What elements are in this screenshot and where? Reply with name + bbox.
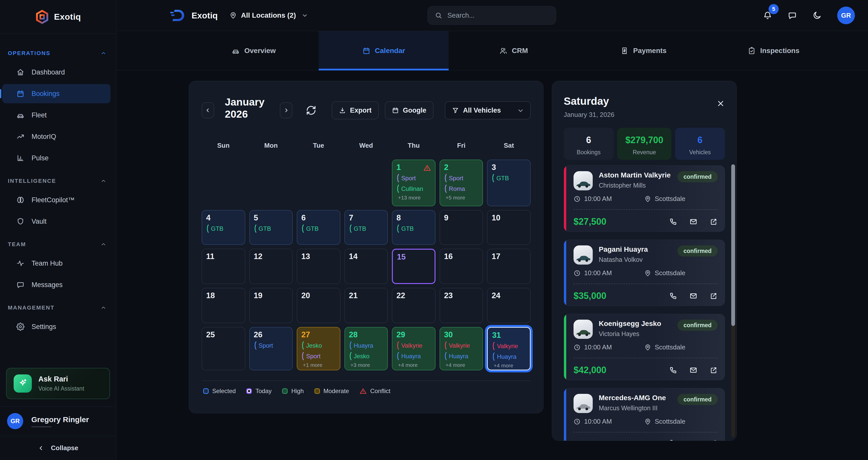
sidebar-item-pulse[interactable]: Pulse — [2, 148, 111, 168]
day-cell-12[interactable]: 12 — [249, 249, 293, 284]
day-cell-30[interactable]: 30ValkyrieHuayra+4 more — [439, 327, 483, 370]
external-button[interactable] — [710, 218, 718, 226]
event-chip[interactable]: Valkyrie — [396, 341, 431, 350]
google-button[interactable]: Google — [385, 101, 434, 119]
theme-toggle[interactable] — [812, 11, 822, 20]
refresh-button[interactable] — [306, 105, 317, 116]
day-cell-22[interactable]: 22 — [392, 288, 435, 323]
more-events[interactable]: +5 more — [444, 195, 479, 201]
booking-card[interactable]: Koenigsegg JeskoVictoria Hayesconfirmed1… — [564, 314, 725, 380]
day-cell-25[interactable]: 25 — [202, 327, 245, 370]
event-chip[interactable]: GTB — [254, 225, 288, 233]
more-events[interactable]: +4 more — [492, 363, 526, 369]
event-chip[interactable]: Cullinan — [396, 184, 431, 193]
event-chip[interactable]: Huayra — [396, 352, 431, 360]
collapse-button[interactable]: Collapse — [0, 436, 116, 460]
tab-overview[interactable]: Overview — [189, 31, 319, 70]
sidebar-item-messages[interactable]: Messages — [2, 275, 111, 294]
booking-card[interactable]: Mercedes-AMG OneMarcus Wellington IIIcon… — [564, 388, 725, 441]
day-cell-9[interactable]: 9 — [439, 210, 483, 245]
sidebar-item-team-hub[interactable]: Team Hub — [2, 254, 111, 273]
day-cell-21[interactable]: 21 — [344, 288, 388, 323]
event-chip[interactable]: Sport — [396, 174, 431, 182]
tab-payments[interactable]: Payments — [579, 31, 709, 70]
event-chip[interactable]: Huayra — [492, 352, 526, 361]
tab-calendar[interactable]: Calendar — [319, 31, 448, 70]
day-cell-31[interactable]: 31ValkyrieHuayra+4 more — [487, 327, 531, 370]
day-cell-13[interactable]: 13 — [297, 249, 340, 284]
user-row[interactable]: GR Gregory Ringler — [0, 406, 116, 436]
day-cell-23[interactable]: 23 — [439, 288, 483, 323]
sidebar-section-header[interactable]: TEAM — [2, 241, 111, 248]
more-events[interactable]: +4 more — [444, 362, 479, 368]
event-chip[interactable]: Valkyrie — [444, 341, 479, 350]
close-panel-button[interactable] — [716, 99, 725, 108]
sidebar-item-vault[interactable]: Vault — [2, 212, 111, 231]
day-cell-14[interactable]: 14 — [344, 249, 388, 284]
event-chip[interactable]: Huayra — [444, 352, 479, 360]
event-chip[interactable]: GTB — [301, 225, 336, 233]
search-box[interactable] — [428, 6, 556, 25]
booking-card[interactable]: Aston Martin ValkyrieChristopher Millsco… — [564, 165, 725, 232]
day-cell-4[interactable]: 4GTB — [202, 210, 245, 245]
day-cell-29[interactable]: 29ValkyrieHuayra+4 more — [392, 327, 435, 370]
sidebar-item-settings[interactable]: Settings — [2, 317, 111, 336]
event-chip[interactable]: GTB — [349, 225, 383, 233]
day-cell-10[interactable]: 10 — [487, 210, 531, 245]
day-cell-28[interactable]: 28HuayraJesko+3 more — [344, 327, 388, 370]
vehicle-filter[interactable]: All Vehicles — [445, 101, 531, 119]
day-cell-1[interactable]: 1SportCullinan+13 more — [392, 160, 435, 206]
event-chip[interactable]: Roma — [444, 184, 479, 193]
scrollbar[interactable] — [731, 164, 735, 437]
day-cell-17[interactable]: 17 — [487, 249, 531, 284]
phone-button[interactable] — [669, 439, 677, 441]
external-button[interactable] — [710, 292, 718, 300]
event-chip[interactable]: GTB — [206, 225, 241, 233]
scrollbar-thumb[interactable] — [731, 164, 735, 326]
location-selector[interactable]: All Locations (2) — [229, 11, 308, 20]
sidebar-item-bookings[interactable]: Bookings — [2, 84, 111, 103]
search-input[interactable] — [447, 11, 549, 20]
sidebar-section-header[interactable]: OPERATIONS — [2, 50, 111, 57]
day-cell-27[interactable]: 27JeskoSport+1 more — [297, 327, 340, 370]
more-events[interactable]: +3 more — [349, 362, 383, 368]
notifications-button[interactable]: 5 — [763, 11, 772, 20]
day-cell-19[interactable]: 19 — [249, 288, 293, 323]
day-cell-8[interactable]: 8GTB — [392, 210, 435, 245]
day-cell-2[interactable]: 2SportRoma+5 more — [439, 160, 483, 206]
day-cell-15[interactable]: 15 — [392, 249, 435, 284]
event-chip[interactable]: GTB — [396, 225, 431, 233]
day-cell-20[interactable]: 20 — [297, 288, 340, 323]
mail-button[interactable] — [689, 218, 698, 226]
mail-button[interactable] — [689, 439, 698, 441]
ask-rari-card[interactable]: Ask Rari Voice AI Assistant — [6, 368, 110, 399]
more-events[interactable]: +1 more — [301, 362, 336, 368]
external-button[interactable] — [710, 366, 718, 374]
booking-card[interactable]: Pagani HuayraNatasha Volkovconfirmed10:0… — [564, 239, 725, 306]
sidebar-section-header[interactable]: MANAGEMENT — [2, 305, 111, 311]
phone-button[interactable] — [669, 366, 677, 374]
day-cell-24[interactable]: 24 — [487, 288, 531, 323]
day-cell-16[interactable]: 16 — [439, 249, 483, 284]
day-cell-6[interactable]: 6GTB — [297, 210, 340, 245]
event-chip[interactable]: Valkyrie — [492, 342, 526, 350]
day-cell-5[interactable]: 5GTB — [249, 210, 293, 245]
event-chip[interactable]: Huayra — [349, 341, 383, 350]
event-chip[interactable]: Jesko — [301, 341, 336, 350]
sidebar-item-dashboard[interactable]: Dashboard — [2, 63, 111, 82]
tab-crm[interactable]: CRM — [448, 31, 579, 70]
sidebar-item-motoriq[interactable]: MotorIQ — [2, 127, 111, 146]
messages-button[interactable] — [788, 11, 797, 20]
next-month-button[interactable] — [280, 102, 292, 118]
event-chip[interactable]: Sport — [301, 352, 336, 360]
external-button[interactable] — [710, 439, 718, 441]
topbar-avatar[interactable]: GR — [837, 6, 855, 24]
prev-month-button[interactable] — [202, 102, 214, 118]
export-button[interactable]: Export — [332, 101, 379, 119]
day-cell-26[interactable]: 26Sport — [249, 327, 293, 370]
phone-button[interactable] — [669, 218, 677, 226]
sidebar-item-fleetcopilot-[interactable]: FleetCopilot™ — [2, 190, 111, 209]
day-cell-11[interactable]: 11 — [202, 249, 245, 284]
day-cell-3[interactable]: 3GTB — [487, 160, 531, 206]
tab-inspections[interactable]: Inspections — [709, 31, 838, 70]
